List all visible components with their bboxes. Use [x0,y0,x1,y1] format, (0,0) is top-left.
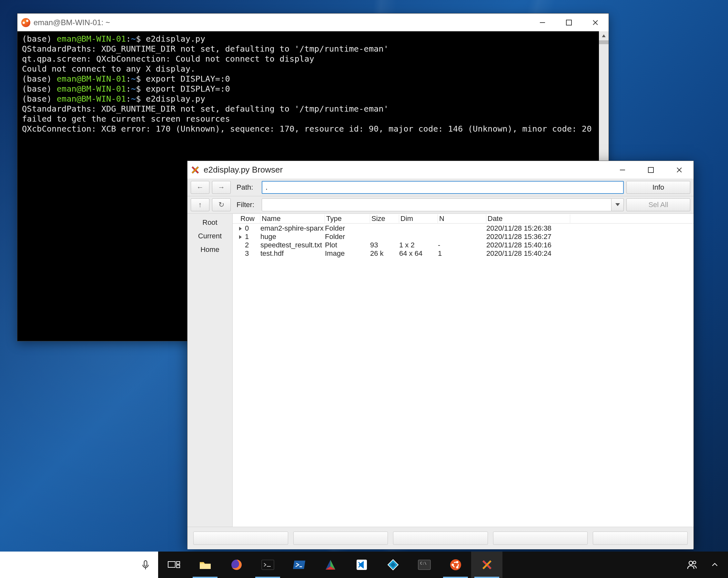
close-button[interactable] [582,13,608,31]
cell-date: 2020/11/28 15:40:16 [486,241,570,249]
maximize-button[interactable] [637,161,665,179]
taskbar[interactable]: C:\ [0,552,728,578]
sidebar-item-root[interactable]: Root [202,218,217,227]
footer-slot[interactable] [593,531,688,545]
ubuntu-icon [21,18,30,27]
taskbar-apps: C:\ [158,552,502,578]
filter-input[interactable] [262,198,612,211]
up-button[interactable]: ↑ [191,198,209,211]
terminal-title: eman@BM-WIN-01: ~ [33,18,529,27]
chevron-up-icon[interactable] [710,560,719,569]
browser-title: e2display.py Browser [204,165,608,175]
taskbar-terminal[interactable] [252,552,283,578]
path-input[interactable] [262,181,624,194]
info-button[interactable]: Info [626,181,690,194]
microphone-icon[interactable] [140,559,151,570]
filter-dropdown-button[interactable] [612,198,624,211]
cell-dim: 64 x 64 [399,249,438,258]
svg-text:C:\: C:\ [420,561,426,566]
footer-slot[interactable] [193,531,288,545]
expand-icon[interactable] [239,235,242,239]
cell-n: - [438,241,486,249]
triangle-icon [324,559,337,571]
powershell-icon [292,559,306,570]
file-list-header[interactable]: Row Name Type Size Dim N Date [233,214,694,223]
xming-icon [191,165,200,174]
taskbar-sourcetree[interactable] [377,552,409,578]
footer-slot[interactable] [493,531,588,545]
browser-sidebar: Root Current Home [187,214,233,527]
people-icon[interactable] [687,559,698,570]
taskbar-ubuntu[interactable] [440,552,471,578]
svg-marker-4 [602,34,605,37]
table-row[interactable]: 2 speedtest_result.txt Plot 93 1 x 2 - 2… [233,240,694,249]
nav-forward-button[interactable]: → [212,181,231,194]
taskbar-search-area[interactable] [0,552,158,578]
ubuntu-icon [449,559,462,571]
table-row[interactable]: 0 eman2-sphire-sparx Folder 2020/11/28 1… [233,223,694,232]
taskbar-taskview[interactable] [158,552,189,578]
table-row[interactable]: 3 test.hdf Image 26 k 64 x 64 1 2020/11/… [233,249,694,257]
select-all-button[interactable]: Sel All [626,198,690,211]
col-size[interactable]: Size [370,215,399,223]
svg-point-32 [689,561,693,565]
taskbar-powershell[interactable] [283,552,315,578]
nav-back-button[interactable]: ← [191,181,209,194]
folder-icon [199,559,212,571]
taskbar-tray[interactable] [687,559,728,570]
cell-n: 1 [438,249,486,258]
xming-icon [481,559,493,571]
cell-date: 2020/11/28 15:36:27 [486,232,570,241]
col-n[interactable]: N [438,215,486,223]
cmd-icon: C:\ [418,559,431,570]
table-row[interactable]: 1 huge Folder 2020/11/28 15:36:27 [233,232,694,240]
cell-name: speedtest_result.txt [260,241,325,249]
filter-label: Filter: [237,201,257,209]
cell-date: 2020/11/28 15:26:38 [486,224,570,232]
cell-size: 93 [370,241,399,249]
taskbar-xming[interactable] [471,552,502,578]
svg-rect-1 [566,20,571,25]
sidebar-item-home[interactable]: Home [200,245,219,254]
refresh-button[interactable]: ↻ [212,198,231,211]
svg-rect-17 [262,560,274,570]
taskbar-cmd[interactable]: C:\ [409,552,440,578]
cell-type: Image [325,249,370,258]
expand-icon[interactable] [239,227,242,230]
sidebar-item-current[interactable]: Current [198,232,222,240]
footer-slot[interactable] [293,531,388,545]
minimize-button[interactable] [608,161,637,179]
cell-name: test.hdf [260,249,325,258]
svg-rect-14 [177,565,180,568]
cell-size: 26 k [370,249,399,258]
col-name[interactable]: Name [260,215,325,223]
close-button[interactable] [665,161,694,179]
maximize-button[interactable] [556,13,582,31]
col-row[interactable]: Row [239,215,260,223]
firefox-icon [230,558,243,571]
taskbar-explorer[interactable] [189,552,221,578]
file-list: Row Name Type Size Dim N Date 0 eman2-sp… [233,214,694,527]
scroll-up-icon[interactable] [599,31,608,40]
cell-type: Plot [325,241,370,249]
filter-toolbar: ↑ ↻ Filter: Sel All [187,196,694,214]
minimize-button[interactable] [529,13,556,31]
svg-marker-10 [615,203,620,206]
taskbar-firefox[interactable] [221,552,252,578]
cell-name: eman2-sphire-sparx [260,224,325,232]
browser-window: e2display.py Browser ← → Path: Info ↑ ↻ … [187,161,694,548]
vscode-icon [355,558,368,571]
taskbar-vscode[interactable] [346,552,377,578]
cell-dim: 1 x 2 [399,241,438,249]
taskbar-cmake[interactable] [315,552,346,578]
path-toolbar: ← → Path: Info [187,179,694,196]
browser-titlebar[interactable]: e2display.py Browser [187,161,694,179]
cell-name: huge [260,232,325,241]
col-type[interactable]: Type [325,215,370,223]
col-date[interactable]: Date [486,215,570,223]
footer-slot[interactable] [393,531,488,545]
svg-rect-11 [144,560,147,566]
svg-rect-12 [168,561,175,567]
terminal-titlebar[interactable]: eman@BM-WIN-01: ~ [18,13,608,31]
col-dim[interactable]: Dim [399,215,438,223]
